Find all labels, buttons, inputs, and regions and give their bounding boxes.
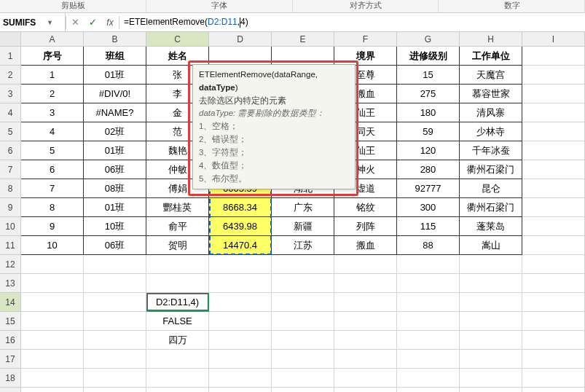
col-header[interactable]: E — [272, 32, 334, 46]
cell[interactable] — [209, 255, 272, 274]
cell[interactable] — [209, 369, 272, 388]
cell[interactable] — [272, 369, 334, 388]
row-header[interactable]: 10 — [0, 217, 20, 236]
cell[interactable]: 工作单位 — [460, 47, 522, 66]
row-header[interactable]: 16 — [0, 331, 20, 350]
cell[interactable] — [334, 274, 397, 293]
cell[interactable]: 江苏 — [272, 236, 334, 255]
row-header[interactable]: 12 — [0, 255, 20, 274]
cell[interactable]: 4 — [21, 122, 84, 141]
cell[interactable] — [522, 293, 585, 312]
cell[interactable] — [84, 293, 146, 312]
cell[interactable]: 15 — [397, 66, 460, 85]
cell[interactable] — [460, 293, 522, 312]
cell[interactable]: 14470.4 — [209, 236, 272, 255]
cell[interactable]: 姓名 — [146, 47, 209, 66]
cell[interactable] — [209, 47, 272, 66]
cell[interactable] — [209, 331, 272, 350]
cell[interactable] — [334, 255, 397, 274]
cell[interactable] — [334, 312, 397, 331]
row-header[interactable]: 19 — [0, 388, 20, 392]
cell[interactable] — [84, 331, 146, 350]
cancel-icon[interactable]: ✕ — [66, 17, 84, 28]
row-header[interactable]: 4 — [0, 103, 20, 122]
cell[interactable]: 千年冰蚕 — [460, 141, 522, 160]
cell[interactable]: 120 — [397, 141, 460, 160]
cell[interactable]: 昆仑 — [460, 179, 522, 198]
cell[interactable] — [209, 274, 272, 293]
cell[interactable]: 10班 — [84, 217, 146, 236]
cell[interactable] — [460, 369, 522, 388]
cell[interactable] — [272, 331, 334, 350]
col-header[interactable]: A — [21, 32, 84, 46]
cell[interactable]: 10 — [21, 236, 84, 255]
cell[interactable]: FALSE — [146, 312, 209, 331]
cell[interactable]: 慕容世家 — [460, 85, 522, 103]
cell[interactable]: 班组 — [84, 47, 146, 66]
cell[interactable]: 蓬莱岛 — [460, 217, 522, 236]
cell[interactable]: 59 — [397, 122, 460, 141]
cell[interactable] — [272, 388, 334, 392]
cell[interactable] — [522, 331, 585, 350]
cell[interactable]: 06班 — [84, 160, 146, 179]
namebox-dropdown-icon[interactable]: ▼ — [47, 19, 53, 26]
cell[interactable]: 进修级别 — [397, 47, 460, 66]
row-header[interactable]: 17 — [0, 350, 20, 369]
cell[interactable] — [522, 198, 585, 217]
select-all-corner[interactable] — [0, 32, 20, 47]
cell[interactable]: 01班 — [84, 141, 146, 160]
cell[interactable]: 88 — [397, 236, 460, 255]
cell[interactable] — [146, 255, 209, 274]
cell[interactable]: #NAME? — [84, 103, 146, 122]
cell[interactable] — [334, 331, 397, 350]
cell[interactable] — [522, 388, 585, 392]
cell[interactable] — [522, 217, 585, 236]
cell[interactable]: 06班 — [84, 236, 146, 255]
cell[interactable] — [146, 369, 209, 388]
cell[interactable] — [522, 236, 585, 255]
cell[interactable] — [21, 293, 84, 312]
name-box-input[interactable] — [3, 17, 47, 28]
cell[interactable]: 5 — [21, 141, 84, 160]
cell[interactable]: 四万 — [146, 331, 209, 350]
cell[interactable]: 嵩山 — [460, 236, 522, 255]
row-header[interactable]: 9 — [0, 198, 20, 217]
cell[interactable] — [522, 350, 585, 369]
cell[interactable]: 2 — [21, 85, 84, 103]
cell[interactable] — [84, 369, 146, 388]
cell[interactable] — [522, 274, 585, 293]
cell[interactable]: 9 — [21, 217, 84, 236]
cell[interactable] — [522, 312, 585, 331]
col-header[interactable]: C — [146, 32, 209, 46]
cell[interactable] — [522, 47, 585, 66]
cell[interactable]: 08班 — [84, 179, 146, 198]
cell[interactable] — [21, 331, 84, 350]
formula-bar[interactable]: =ETElementRemove(D2:D11,4) — [119, 13, 585, 31]
row-header[interactable]: 7 — [0, 160, 20, 179]
cell[interactable] — [84, 255, 146, 274]
cell[interactable]: 酆桂英 — [146, 198, 209, 217]
cell[interactable] — [460, 350, 522, 369]
cell[interactable] — [21, 350, 84, 369]
cell[interactable] — [272, 274, 334, 293]
cell[interactable] — [397, 388, 460, 392]
cell[interactable]: 8668.34 — [209, 198, 272, 217]
cell[interactable] — [397, 274, 460, 293]
cell[interactable]: 275 — [397, 85, 460, 103]
row-header[interactable]: 18 — [0, 369, 20, 388]
row-header[interactable]: 1 — [0, 47, 20, 66]
cell[interactable]: 清风寨 — [460, 103, 522, 122]
cell[interactable]: 115 — [397, 217, 460, 236]
cell[interactable]: 8 — [21, 198, 84, 217]
cell[interactable]: 少林寺 — [460, 122, 522, 141]
cell[interactable]: 衢州石梁门 — [460, 198, 522, 217]
cell[interactable] — [460, 255, 522, 274]
cell[interactable]: 1 — [21, 66, 84, 85]
cell[interactable] — [522, 103, 585, 122]
row-header[interactable]: 15 — [0, 312, 20, 331]
cell[interactable]: 搬血 — [334, 236, 397, 255]
cell[interactable] — [21, 274, 84, 293]
col-header[interactable]: G — [397, 32, 460, 46]
cell[interactable] — [522, 141, 585, 160]
cell[interactable]: 广东 — [272, 198, 334, 217]
